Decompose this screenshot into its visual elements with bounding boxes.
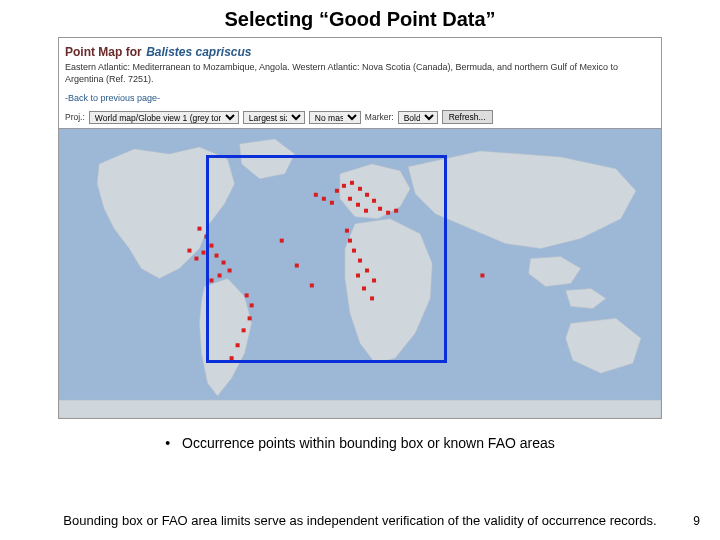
marker-select[interactable]: Bold [398,111,438,124]
point-map-label: Point Map for [65,45,142,59]
svg-rect-36 [210,279,214,283]
svg-rect-17 [345,229,349,233]
svg-rect-27 [204,235,208,239]
world-map-svg [59,129,661,418]
svg-rect-5 [358,187,362,191]
svg-rect-25 [370,297,374,301]
svg-rect-41 [236,344,240,348]
svg-rect-1 [59,400,661,418]
svg-rect-13 [394,209,398,213]
range-description: Eastern Atlantic: Mediterranean to Mozam… [65,60,655,87]
svg-rect-43 [280,239,284,243]
map-header: Point Map for Balistes capriscus Eastern… [59,38,661,107]
svg-rect-38 [250,304,254,308]
size-select[interactable]: Largest size [243,111,305,124]
world-map [59,128,661,418]
svg-rect-34 [228,269,232,273]
svg-rect-12 [386,211,390,215]
svg-rect-10 [364,209,368,213]
svg-rect-16 [314,193,318,197]
svg-rect-30 [194,257,198,261]
svg-rect-46 [480,274,484,278]
point-map-line: Point Map for Balistes capriscus [65,42,655,60]
bullet-line: • Occurrence points within bounding box … [0,435,720,451]
species-name: Balistes capriscus [146,45,251,59]
svg-rect-19 [352,249,356,253]
bullet-text: Occurrence points within bounding box or… [182,435,555,451]
svg-rect-11 [378,207,382,211]
svg-rect-40 [242,329,246,333]
svg-rect-21 [365,269,369,273]
projection-select[interactable]: World map/Globe view 1 (grey tones) [89,111,239,124]
svg-rect-23 [356,274,360,278]
svg-rect-45 [310,284,314,288]
svg-rect-7 [372,199,376,203]
bullet-icon: • [165,435,170,451]
svg-rect-26 [197,227,201,231]
svg-rect-35 [218,274,222,278]
svg-rect-29 [201,251,205,255]
svg-rect-31 [187,249,191,253]
svg-rect-4 [350,181,354,185]
svg-rect-44 [295,264,299,268]
mask-select[interactable]: No mask [309,111,361,124]
refresh-button[interactable]: Refresh... [442,110,493,124]
page-number: 9 [693,514,700,528]
svg-rect-3 [342,184,346,188]
svg-rect-32 [215,254,219,258]
svg-rect-33 [222,261,226,265]
map-card: Point Map for Balistes capriscus Eastern… [58,37,662,419]
svg-rect-42 [230,357,234,361]
svg-rect-39 [248,317,252,321]
map-toolbar: Proj.: World map/Globe view 1 (grey tone… [59,107,661,128]
svg-rect-15 [322,197,326,201]
svg-rect-2 [335,189,339,193]
svg-rect-14 [330,201,334,205]
footnote-text: Bounding box or FAO area limits serve as… [0,513,720,528]
back-link[interactable]: -Back to previous page- [65,93,160,103]
svg-rect-20 [358,259,362,263]
svg-rect-6 [365,193,369,197]
marker-label: Marker: [365,112,394,122]
svg-rect-8 [348,197,352,201]
svg-rect-28 [210,244,214,248]
svg-rect-22 [372,279,376,283]
slide-title: Selecting “Good Point Data” [0,0,720,37]
svg-rect-24 [362,287,366,291]
svg-rect-37 [245,294,249,298]
svg-rect-18 [348,239,352,243]
svg-rect-9 [356,203,360,207]
proj-label: Proj.: [65,112,85,122]
